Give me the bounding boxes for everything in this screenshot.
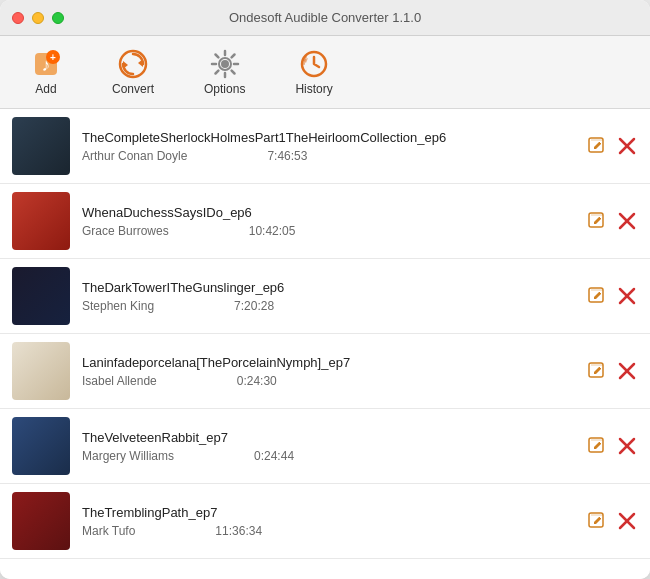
- delete-button[interactable]: [616, 360, 638, 382]
- book-info: Laninfadeporcelana[ThePorcelainNymph]_ep…: [82, 342, 574, 400]
- delete-button[interactable]: [616, 285, 638, 307]
- table-row: TheCompleteSherlockHolmesPart1TheHeirloo…: [0, 109, 650, 184]
- book-cover: [12, 117, 70, 175]
- maximize-button[interactable]: [52, 12, 64, 24]
- book-duration: 7:46:53: [267, 149, 307, 163]
- options-label: Options: [204, 82, 245, 96]
- book-title: TheCompleteSherlockHolmesPart1TheHeirloo…: [82, 130, 574, 145]
- book-meta: Margery Williams 0:24:44: [82, 449, 574, 463]
- table-row: TheDarkTowerITheGunslinger_ep6 Stephen K…: [0, 259, 650, 334]
- book-duration: 7:20:28: [234, 299, 274, 313]
- book-actions: [586, 417, 638, 475]
- history-icon: [298, 48, 330, 80]
- toolbar-options[interactable]: Options: [194, 44, 255, 100]
- svg-marker-5: [138, 59, 143, 67]
- book-info: TheVelveteenRabbit_ep7 Margery Williams …: [82, 417, 574, 475]
- book-cover: [12, 267, 70, 325]
- add-icon: ♪ +: [30, 48, 62, 80]
- add-label: Add: [35, 82, 56, 96]
- edit-button[interactable]: [586, 135, 608, 157]
- book-meta: Mark Tufo 11:36:34: [82, 524, 574, 538]
- delete-button[interactable]: [616, 510, 638, 532]
- book-author: Margery Williams: [82, 449, 174, 463]
- edit-button[interactable]: [586, 360, 608, 382]
- book-actions: [586, 117, 638, 175]
- history-label: History: [295, 82, 332, 96]
- toolbar-history[interactable]: History: [285, 44, 342, 100]
- edit-button[interactable]: [586, 435, 608, 457]
- edit-button[interactable]: [586, 510, 608, 532]
- book-cover: [12, 192, 70, 250]
- window-title: Ondesoft Audible Converter 1.1.0: [229, 10, 421, 25]
- table-row: WhenaDuchessSaysIDo_ep6 Grace Burrowes 1…: [0, 184, 650, 259]
- book-title: Laninfadeporcelana[ThePorcelainNymph]_ep…: [82, 355, 574, 370]
- book-duration: 0:24:30: [237, 374, 277, 388]
- book-info: TheDarkTowerITheGunslinger_ep6 Stephen K…: [82, 267, 574, 325]
- book-author: Mark Tufo: [82, 524, 135, 538]
- book-cover: [12, 342, 70, 400]
- edit-button[interactable]: [586, 210, 608, 232]
- book-cover: [12, 492, 70, 550]
- book-title: TheVelveteenRabbit_ep7: [82, 430, 574, 445]
- titlebar: Ondesoft Audible Converter 1.1.0: [0, 0, 650, 36]
- book-info: TheCompleteSherlockHolmesPart1TheHeirloo…: [82, 117, 574, 175]
- book-info: WhenaDuchessSaysIDo_ep6 Grace Burrowes 1…: [82, 192, 574, 250]
- book-cover: [12, 417, 70, 475]
- main-window: Ondesoft Audible Converter 1.1.0 ♪ + Add: [0, 0, 650, 579]
- delete-button[interactable]: [616, 210, 638, 232]
- book-actions: [586, 267, 638, 325]
- toolbar-add[interactable]: ♪ + Add: [20, 44, 72, 100]
- convert-label: Convert: [112, 82, 154, 96]
- book-actions: [586, 192, 638, 250]
- minimize-button[interactable]: [32, 12, 44, 24]
- delete-button[interactable]: [616, 135, 638, 157]
- delete-button[interactable]: [616, 435, 638, 457]
- edit-button[interactable]: [586, 285, 608, 307]
- window-buttons: [12, 12, 64, 24]
- book-duration: 10:42:05: [249, 224, 296, 238]
- book-author: Isabel Allende: [82, 374, 157, 388]
- svg-marker-6: [123, 61, 128, 69]
- book-meta: Stephen King 7:20:28: [82, 299, 574, 313]
- toolbar-convert[interactable]: Convert: [102, 44, 164, 100]
- book-info: TheTremblingPath_ep7 Mark Tufo 11:36:34: [82, 492, 574, 550]
- book-duration: 11:36:34: [215, 524, 262, 538]
- options-icon: [209, 48, 241, 80]
- table-row: Laninfadeporcelana[ThePorcelainNymph]_ep…: [0, 334, 650, 409]
- convert-icon: [117, 48, 149, 80]
- book-meta: Isabel Allende 0:24:30: [82, 374, 574, 388]
- svg-point-7: [221, 60, 229, 68]
- book-author: Grace Burrowes: [82, 224, 169, 238]
- book-author: Stephen King: [82, 299, 154, 313]
- svg-text:+: +: [50, 52, 56, 63]
- book-author: Arthur Conan Doyle: [82, 149, 187, 163]
- table-row: TheTremblingPath_ep7 Mark Tufo 11:36:34: [0, 484, 650, 559]
- book-title: TheDarkTowerITheGunslinger_ep6: [82, 280, 574, 295]
- book-actions: [586, 342, 638, 400]
- book-meta: Arthur Conan Doyle 7:46:53: [82, 149, 574, 163]
- toolbar: ♪ + Add Convert: [0, 36, 650, 109]
- book-actions: [586, 492, 638, 550]
- book-meta: Grace Burrowes 10:42:05: [82, 224, 574, 238]
- table-row: TheVelveteenRabbit_ep7 Margery Williams …: [0, 409, 650, 484]
- book-title: TheTremblingPath_ep7: [82, 505, 574, 520]
- book-list: TheCompleteSherlockHolmesPart1TheHeirloo…: [0, 109, 650, 579]
- close-button[interactable]: [12, 12, 24, 24]
- book-title: WhenaDuchessSaysIDo_ep6: [82, 205, 574, 220]
- book-duration: 0:24:44: [254, 449, 294, 463]
